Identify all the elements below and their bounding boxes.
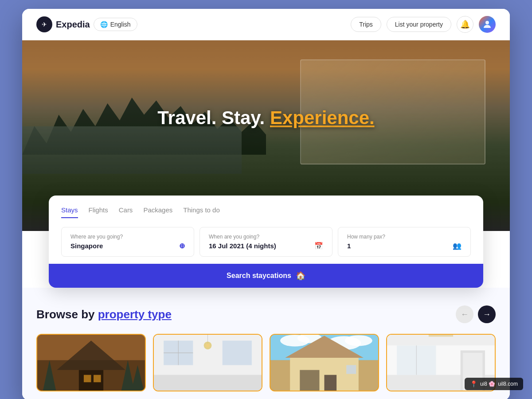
search-fields: Where are you going? Singapore ⊕ When ar… (61, 227, 471, 257)
search-widget: Stays Flights Cars Packages Things to do… (49, 196, 483, 288)
notification-button[interactable]: 🔔 (457, 16, 473, 33)
watermark-text: ui8 🌸 (480, 381, 495, 387)
property-grid (36, 334, 496, 391)
browse-next-button[interactable]: → (478, 305, 496, 323)
apartment-image (154, 335, 262, 391)
pax-field[interactable]: How many pax? 1 👥 (338, 227, 471, 257)
people-icon: 👥 (453, 242, 462, 250)
location-icon: ⊕ (179, 242, 185, 250)
svg-rect-31 (429, 335, 453, 336)
destination-label: Where are you going? (70, 234, 185, 240)
logo-area: ✈ Expedia 🌐 English (36, 16, 345, 32)
svg-point-0 (485, 21, 489, 24)
brand-name: Expedia (56, 20, 90, 30)
search-home-icon: 🏠 (296, 271, 305, 281)
language-button[interactable]: 🌐 English (94, 18, 137, 31)
trips-button[interactable]: Trips (351, 17, 381, 32)
browse-header: Browse by property type ← → (36, 305, 496, 323)
hero-title: Travel. Stay. Experience. (157, 107, 375, 128)
list-property-button[interactable]: List your property (387, 17, 451, 32)
browse-title: Browse by property type (36, 308, 172, 321)
destination-value: Singapore ⊕ (70, 242, 185, 250)
svg-point-21 (345, 335, 372, 346)
hero-title-block: Travel. Stay. Experience. (157, 107, 375, 129)
pax-value: 1 👥 (347, 242, 462, 250)
notification-icon: 🔔 (460, 20, 470, 29)
svg-rect-15 (223, 340, 252, 365)
svg-rect-24 (325, 375, 337, 391)
browse-title-highlight: property type (98, 308, 172, 321)
navbar: ✈ Expedia 🌐 English Trips List your prop… (22, 9, 510, 40)
date-label: When are you going? (209, 234, 323, 240)
browse-navigation: ← → (456, 305, 496, 323)
avatar[interactable] (479, 16, 496, 33)
nav-right: Trips List your property 🔔 (351, 16, 496, 33)
svg-rect-5 (94, 375, 101, 383)
date-field[interactable]: When are you going? 16 Jul 2021 (4 night… (200, 227, 332, 257)
search-widget-wrapper: Stays Flights Cars Packages Things to do… (22, 196, 510, 288)
watermark-icon: 📍 (470, 380, 477, 387)
watermark-subtext: uil8.com (498, 381, 518, 387)
browse-section: Browse by property type ← → (22, 288, 510, 399)
svg-rect-4 (84, 375, 91, 383)
date-value: 16 Jul 2021 (4 nights) 📅 (209, 242, 323, 250)
hero-title-part1: Travel. Stay. (157, 107, 270, 128)
hero-title-highlight: Experience. (270, 107, 375, 128)
language-icon: 🌐 (100, 21, 108, 28)
property-card-house[interactable] (270, 334, 379, 391)
svg-point-11 (206, 344, 210, 348)
tab-cars[interactable]: Cars (119, 206, 133, 218)
tab-packages[interactable]: Packages (143, 206, 172, 218)
browser-window: ✈ Expedia 🌐 English Trips List your prop… (22, 9, 510, 399)
svg-rect-25 (346, 365, 356, 374)
house-image (270, 335, 378, 391)
logo-icon: ✈ (36, 16, 52, 32)
destination-field[interactable]: Where are you going? Singapore ⊕ (61, 227, 194, 257)
watermark: 📍 ui8 🌸 uil8.com (465, 378, 523, 390)
search-tabs: Stays Flights Cars Packages Things to do (61, 206, 471, 218)
tab-things-to-do[interactable]: Things to do (183, 206, 220, 218)
language-label: English (110, 21, 131, 28)
cabin-image (37, 335, 145, 391)
search-button[interactable]: Search staycations 🏠 (49, 264, 483, 288)
svg-rect-8 (154, 375, 262, 391)
property-card-cabin[interactable] (36, 334, 146, 391)
search-button-label: Search staycations (227, 272, 291, 280)
property-card-apartment[interactable] (153, 334, 262, 391)
svg-rect-23 (300, 370, 319, 391)
calendar-icon: 📅 (314, 242, 323, 250)
next-arrow-icon: → (483, 310, 491, 319)
browse-prev-button[interactable]: ← (456, 305, 473, 323)
tab-stays[interactable]: Stays (61, 206, 78, 218)
tab-flights[interactable]: Flights (89, 206, 108, 218)
pax-label: How many pax? (347, 234, 462, 240)
prev-arrow-icon: ← (461, 310, 469, 319)
